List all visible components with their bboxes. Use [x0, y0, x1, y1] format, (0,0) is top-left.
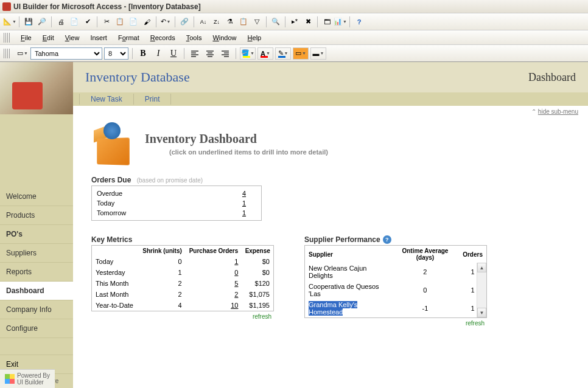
table-row: This Month 2 5 $120 — [92, 278, 274, 289]
special-effect-button[interactable]: ▬▼ — [310, 47, 326, 60]
order-label: Overdue — [97, 190, 122, 197]
hyperlink-button[interactable]: 🔗 — [178, 16, 191, 28]
order-value-link[interactable]: 1 — [232, 209, 256, 217]
align-center-button[interactable] — [203, 47, 217, 60]
apply-filter-button[interactable]: ▽ — [251, 16, 263, 28]
menu-file[interactable]: File — [16, 32, 37, 43]
sidebar-item-dashboard[interactable]: Dashboard — [0, 282, 73, 300]
vertical-scrollbar[interactable]: ▲ ▼ — [477, 263, 486, 317]
align-left-button[interactable] — [188, 47, 201, 60]
table-header: Purchase Orders — [186, 246, 242, 257]
table-header: Shrink (units) — [139, 246, 186, 257]
po-drill-link[interactable]: 10 — [231, 302, 238, 309]
sidebar-item-reports[interactable]: Reports — [0, 263, 73, 282]
new-object-button[interactable]: 📊▼ — [334, 16, 346, 28]
line-color-button[interactable]: ✎▼ — [275, 47, 291, 60]
paste-button[interactable]: 📄 — [127, 16, 139, 28]
border-style-button[interactable]: ▭▼ — [293, 47, 309, 60]
new-task-button[interactable]: New Task — [79, 94, 134, 105]
format-painter-button[interactable]: 🖌 — [141, 16, 153, 28]
sidebar-item-configure[interactable]: Configure — [0, 319, 73, 338]
table-header: Supplier — [305, 246, 391, 263]
filter-by-form-button[interactable]: 📋 — [237, 16, 250, 28]
powered-by-footer: Powered By UI Builder — [0, 369, 55, 388]
supplier-perf-box: Supplier Ontime Average (days) Orders Ne… — [304, 245, 487, 318]
database-window-button[interactable]: 🗔 — [321, 16, 333, 28]
undo-button[interactable]: ↶▼ — [159, 16, 172, 28]
order-value-link[interactable]: 1 — [232, 199, 256, 207]
orders-due-box: Overdue 4 Today 1 Tomorrow 1 — [91, 185, 262, 221]
order-value-link[interactable]: 4 — [232, 190, 256, 197]
new-record-button[interactable]: ▸* — [289, 16, 301, 28]
object-selector[interactable]: ▭▼ — [16, 47, 29, 60]
sidebar-item-pos[interactable]: PO's — [0, 225, 73, 244]
po-drill-link[interactable]: 0 — [234, 269, 238, 276]
sort-desc-button[interactable]: Z↓ — [211, 16, 223, 28]
po-drill-link[interactable]: 5 — [234, 280, 238, 287]
file-search-button[interactable]: 🔎 — [36, 16, 48, 28]
table-row: Year-to-Date 4 10 $1,195 — [92, 300, 274, 311]
perf-refresh-link[interactable]: refresh — [304, 318, 487, 328]
save-button[interactable]: 💾 — [23, 16, 35, 28]
content-area: Inventory Database Dashboard New Task Pr… — [73, 62, 588, 388]
bold-button[interactable]: B — [136, 47, 150, 60]
sort-asc-button[interactable]: A↓ — [197, 16, 209, 28]
find-button[interactable]: 🔍 — [270, 16, 282, 28]
order-row-overdue: Overdue 4 — [97, 189, 256, 198]
font-color-button[interactable]: A▼ — [257, 47, 273, 60]
menu-format[interactable]: Format — [113, 32, 144, 43]
scroll-up-button[interactable]: ▲ — [477, 263, 486, 272]
menu-edit[interactable]: Edit — [38, 32, 59, 43]
menu-help[interactable]: Help — [243, 32, 267, 43]
metrics-refresh-link[interactable]: refresh — [91, 311, 274, 322]
window-titlebar: UI Builder for Microsoft Access - [Inven… — [0, 0, 588, 13]
table-row: Yesterday 1 0 $0 — [92, 267, 274, 278]
database-title: Inventory Database — [85, 69, 190, 85]
copy-button[interactable]: 📋 — [114, 16, 126, 28]
menu-window[interactable]: Window — [208, 32, 241, 43]
table-row: Cooperativa de Quesos 'Las 0 1 — [305, 281, 486, 299]
underline-button[interactable]: U — [167, 47, 180, 60]
toolbar-grip-icon[interactable] — [4, 49, 11, 58]
key-metrics-table: Shrink (units) Purchase Orders Expense T… — [91, 245, 274, 311]
font-size-select[interactable]: 8 — [104, 47, 128, 60]
scroll-down-button[interactable]: ▼ — [477, 308, 486, 317]
design-view-button[interactable]: 📐▼ — [4, 16, 16, 28]
sidebar-item-welcome[interactable]: Welcome — [0, 187, 73, 206]
table-header: Orders — [459, 246, 486, 263]
menu-grip-icon[interactable] — [4, 33, 11, 43]
table-header: Ontime Average (days) — [391, 246, 460, 263]
menu-insert[interactable]: Insert — [85, 32, 112, 43]
cut-button[interactable]: ✂ — [100, 16, 113, 28]
table-row: New Orleans Cajun Delights 2 1 — [305, 263, 486, 281]
align-right-button[interactable] — [219, 47, 232, 60]
menu-records[interactable]: Records — [145, 32, 180, 43]
po-drill-link[interactable]: 1 — [234, 258, 238, 265]
help-icon[interactable]: ? — [383, 235, 391, 244]
print-preview-button[interactable]: 📄 — [68, 16, 80, 28]
sidebar: Welcome Products PO's Suppliers Reports … — [0, 62, 73, 388]
sidebar-item-company-info[interactable]: Company Info — [0, 300, 73, 319]
action-bar: New Task Print — [73, 92, 588, 106]
font-name-select[interactable]: Tahoma — [30, 47, 102, 60]
hide-submenu-link[interactable]: hide sub-menu — [538, 108, 578, 115]
delete-record-button[interactable]: ✖ — [302, 16, 314, 28]
print-action-button[interactable]: Print — [134, 94, 172, 105]
sidebar-item-products[interactable]: Products — [0, 206, 73, 225]
table-header: Expense — [242, 246, 273, 257]
table-row: Last Month 2 2 $1,075 — [92, 289, 274, 300]
orders-due-subtitle: (based on promise date) — [137, 177, 203, 184]
chevron-up-icon: ⌃ — [531, 108, 536, 115]
italic-button[interactable]: I — [152, 47, 165, 60]
fill-color-button[interactable]: 🪣▼ — [240, 47, 256, 60]
print-button[interactable]: 🖨 — [55, 16, 67, 28]
spellcheck-button[interactable]: ✔ — [82, 16, 94, 28]
supplier-perf-title: Supplier Performance ? — [304, 235, 487, 244]
ui-builder-logo-icon — [5, 374, 15, 384]
sidebar-item-suppliers[interactable]: Suppliers — [0, 244, 73, 263]
po-drill-link[interactable]: 2 — [234, 291, 238, 298]
help-button[interactable]: ? — [353, 16, 365, 28]
menu-view[interactable]: View — [60, 32, 85, 43]
filter-by-selection-button[interactable]: ⚗ — [224, 16, 236, 28]
menu-tools[interactable]: Tools — [181, 32, 207, 43]
